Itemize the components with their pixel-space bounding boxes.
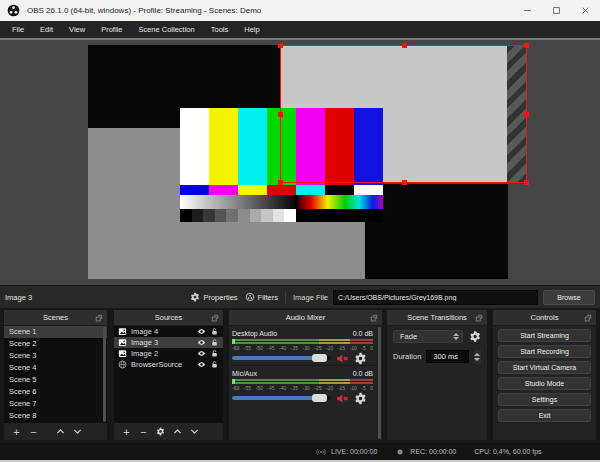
lock-icon[interactable] — [210, 360, 219, 369]
source-move-up-button[interactable] — [171, 425, 184, 438]
filters-button[interactable]: Filters — [245, 292, 278, 302]
mute-speaker-icon[interactable] — [336, 352, 349, 365]
volume-slider[interactable] — [232, 396, 331, 400]
close-button[interactable] — [571, 0, 600, 21]
scenes-scrollbar[interactable] — [103, 327, 106, 422]
db-tick-label: -55 — [244, 345, 251, 352]
menu-view[interactable]: View — [61, 21, 93, 38]
menu-file[interactable]: File — [4, 21, 32, 38]
duration-spinner-arrows[interactable] — [474, 350, 481, 363]
browse-button[interactable]: Browse — [543, 290, 595, 305]
lock-icon[interactable] — [210, 327, 219, 336]
scene-list-item[interactable]: Scene 6 — [4, 386, 107, 398]
minimize-icon — [523, 6, 532, 15]
selection-handle-bottom-center[interactable] — [402, 180, 407, 185]
transition-dropdown[interactable]: Fade — [393, 330, 463, 343]
source-list-item[interactable]: Image 2 — [114, 348, 223, 359]
visibility-eye-icon[interactable] — [197, 338, 206, 347]
db-tick-label: -25 — [314, 345, 321, 352]
selection-handle-top-center[interactable] — [402, 43, 407, 48]
selection-handle-mid-right[interactable] — [524, 112, 529, 117]
start-recording-button[interactable]: Start Recording — [498, 345, 591, 358]
scenes-title: Scenes — [43, 313, 68, 322]
lock-icon[interactable] — [210, 349, 219, 358]
selection-handle-top-right[interactable] — [524, 43, 529, 48]
db-tick-label: -20 — [326, 385, 333, 392]
remove-scene-button[interactable]: − — [27, 425, 40, 438]
source-move-down-button[interactable] — [188, 425, 201, 438]
exit-button[interactable]: Exit — [498, 409, 591, 422]
selection-handle-top-left[interactable] — [278, 43, 283, 48]
lock-icon[interactable] — [210, 338, 219, 347]
visibility-eye-icon[interactable] — [197, 360, 206, 369]
start-virtual-camera-button[interactable]: Start Virtual Camera — [498, 361, 591, 374]
duration-spinbox[interactable]: 300 ms — [426, 350, 468, 363]
gear-icon — [190, 292, 200, 302]
minimize-button[interactable] — [513, 0, 542, 21]
db-tick-label: -30 — [303, 385, 310, 392]
preview-canvas[interactable] — [0, 38, 600, 285]
menu-scene-collection[interactable]: Scene Collection — [130, 21, 202, 38]
transitions-panel-header[interactable]: Scene Transitions — [387, 310, 487, 326]
mixer-scrollbar[interactable] — [378, 327, 381, 439]
scene-list-item[interactable]: Scene 5 — [4, 374, 107, 386]
menu-profile[interactable]: Profile — [93, 21, 130, 38]
image-source-icon — [118, 338, 127, 347]
add-scene-button[interactable]: + — [10, 425, 23, 438]
add-source-button[interactable]: + — [120, 425, 133, 438]
dock-popout-icon[interactable] — [211, 314, 219, 322]
db-tick-label: -25 — [314, 385, 321, 392]
properties-button[interactable]: Properties — [190, 292, 237, 302]
browser-source-globe-icon — [118, 360, 127, 369]
selection-handle-bottom-right[interactable] — [524, 180, 529, 185]
transition-gear-icon[interactable] — [469, 330, 481, 343]
volume-slider-handle[interactable] — [312, 354, 327, 362]
scenes-toolbar: + − — [4, 423, 107, 440]
image-file-input[interactable] — [333, 290, 538, 305]
settings-button[interactable]: Settings — [498, 393, 591, 406]
source-selection-outline[interactable] — [280, 45, 527, 183]
scene-list-item[interactable]: Scene 2 — [4, 338, 107, 350]
visibility-eye-icon[interactable] — [197, 327, 206, 336]
mixer-panel-header[interactable]: Audio Mixer — [229, 310, 382, 326]
channel-gear-icon[interactable] — [354, 392, 367, 405]
visibility-eye-icon[interactable] — [197, 349, 206, 358]
sources-panel: Sources Image 4 Image 3 I — [113, 309, 224, 441]
studio-mode-button[interactable]: Studio Mode — [498, 377, 591, 390]
selection-handle-mid-left[interactable] — [278, 112, 283, 117]
mute-speaker-icon[interactable] — [336, 392, 349, 405]
scene-list-item[interactable]: Scene 7 — [4, 398, 107, 410]
remove-source-button[interactable]: − — [137, 425, 150, 438]
volume-slider-handle[interactable] — [312, 394, 327, 402]
source-properties-button[interactable] — [154, 425, 167, 438]
maximize-button[interactable] — [542, 0, 571, 21]
menu-help[interactable]: Help — [236, 21, 267, 38]
volume-slider[interactable] — [232, 356, 331, 360]
menu-edit[interactable]: Edit — [32, 21, 61, 38]
dock-popout-icon[interactable] — [95, 314, 103, 322]
dock-popout-icon[interactable] — [584, 314, 592, 322]
selection-handle-bottom-left[interactable] — [278, 180, 283, 185]
scene-list-item[interactable]: Scene 4 — [4, 362, 107, 374]
scene-list-item[interactable]: Scene 8 — [4, 410, 107, 422]
image-source-icon — [118, 327, 127, 336]
db-tick-label: -55 — [244, 385, 251, 392]
dock-popout-icon[interactable] — [475, 314, 483, 322]
source-list-item[interactable]: Image 3 — [114, 337, 223, 348]
scene-move-up-button[interactable] — [54, 425, 67, 438]
scenes-panel-header[interactable]: Scenes — [4, 310, 107, 326]
menu-tools[interactable]: Tools — [203, 21, 237, 38]
dock-area: Scenes Scene 1 Scene 2 Scene 3 Scene 4 S… — [0, 308, 600, 443]
source-list-item[interactable]: Image 4 — [114, 326, 223, 337]
channel-gear-icon[interactable] — [354, 352, 367, 365]
scene-move-down-button[interactable] — [71, 425, 84, 438]
scene-list-item[interactable]: Scene 1 — [4, 326, 107, 338]
dock-popout-icon[interactable] — [370, 314, 378, 322]
sources-panel-header[interactable]: Sources — [114, 310, 223, 326]
scene-list-item[interactable]: Scene 3 — [4, 350, 107, 362]
chevron-up-icon — [56, 427, 65, 436]
start-streaming-button[interactable]: Start Streaming — [498, 329, 591, 342]
source-rect-black-bottom-right[interactable] — [365, 184, 508, 279]
controls-panel-header[interactable]: Controls — [493, 310, 596, 326]
source-list-item[interactable]: BrowserSource — [114, 359, 223, 370]
